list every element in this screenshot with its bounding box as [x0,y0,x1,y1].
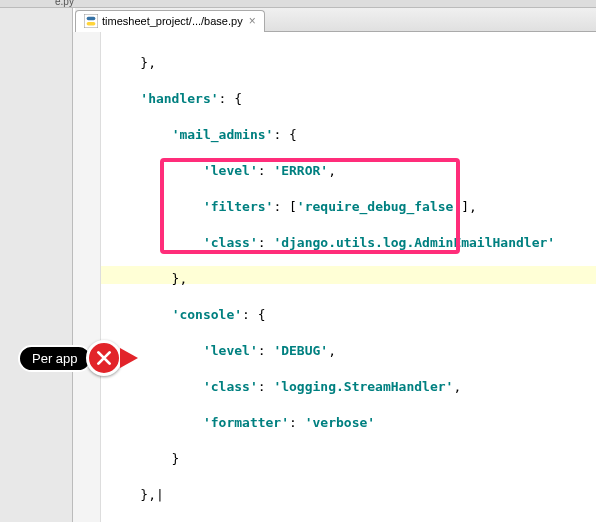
window-top-bar [0,0,596,8]
callout-per-app: Per app [18,340,138,376]
left-strip [0,8,73,522]
highlight-box-console-handler [160,158,460,254]
editor-gutter [73,32,101,522]
truncated-file-label: e.py [55,0,74,7]
close-badge-icon [86,340,122,376]
callout-label: Per app [18,345,92,372]
code-editor[interactable]: }, 'handlers': { 'mail_admins': { 'level… [101,32,596,522]
svg-rect-1 [87,17,96,21]
callout-arrow-icon [120,348,138,368]
python-file-icon [84,14,98,28]
tab-title: timesheet_project/.../base.py [102,15,243,27]
tab-bar: timesheet_project/.../base.py × [75,8,596,32]
tab-base-py[interactable]: timesheet_project/.../base.py × [75,10,265,32]
svg-rect-0 [84,14,98,28]
svg-rect-2 [87,22,96,26]
close-icon[interactable]: × [249,14,256,28]
